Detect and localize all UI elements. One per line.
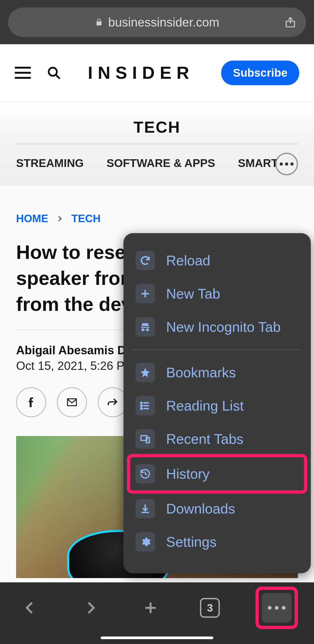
menu-bookmarks-label: Bookmarks [166,364,236,381]
browser-bottom-toolbar: 3 [0,582,314,644]
back-button[interactable] [19,597,41,619]
menu-recent-tabs[interactable]: Recent Tabs [130,422,304,456]
incognito-icon [136,317,155,337]
section-bar: TECH STREAMING SOFTWARE & APPS SMART HOM… [0,102,314,186]
search-icon[interactable] [47,66,61,80]
svg-line-2 [56,75,60,79]
breadcrumb-tech[interactable]: TECH [71,213,101,225]
chevron-right-icon [56,215,63,222]
overflow-menu-button-highlight [259,590,295,626]
facebook-share-button[interactable] [16,387,46,417]
forward-button[interactable] [80,597,101,619]
menu-recent-tabs-label: Recent Tabs [166,431,243,447]
svg-rect-13 [146,438,149,443]
menu-new-tab-label: New Tab [166,286,220,302]
menu-incognito[interactable]: New Incognito Tab [130,310,304,344]
menu-reading-list[interactable]: Reading List [130,389,304,422]
svg-point-10 [141,405,142,406]
menu-reading-list-label: Reading List [166,398,244,414]
subnav-streaming[interactable]: STREAMING [16,157,84,170]
site-logo[interactable]: INSIDER [61,63,221,83]
menu-settings-label: Settings [166,534,217,550]
new-tab-button[interactable] [140,597,161,619]
menu-downloads-label: Downloads [166,501,235,517]
address-pill[interactable]: businessinsider.com [8,8,306,37]
svg-point-1 [49,68,57,76]
menu-reload[interactable]: Reload [130,244,304,277]
lock-icon [95,18,103,27]
svg-point-9 [141,402,142,404]
menu-settings[interactable]: Settings [130,525,304,559]
history-icon [136,464,155,483]
url-text: businessinsider.com [108,15,219,29]
breadcrumb: HOME TECH [16,213,298,225]
overflow-menu-button[interactable] [262,593,291,623]
more-icon[interactable] [275,153,298,175]
section-title: TECH [16,118,298,145]
menu-history[interactable]: History [130,457,304,490]
site-header: INSIDER Subscribe [0,44,314,102]
menu-downloads[interactable]: Downloads [130,492,304,525]
star-icon [136,363,155,382]
menu-new-tab[interactable]: New Tab [130,277,304,310]
menu-history-label: History [166,466,210,482]
menu-reload-label: Reload [166,252,210,269]
breadcrumb-home[interactable]: HOME [16,213,48,225]
menu-divider [133,349,301,350]
home-indicator [101,636,213,639]
devices-icon [136,429,155,449]
gear-icon [136,532,155,552]
download-icon [136,499,155,518]
subnav: STREAMING SOFTWARE & APPS SMART HOME [16,145,298,186]
browser-address-bar: businessinsider.com [0,0,314,44]
menu-incognito-label: New Incognito Tab [166,319,281,335]
tab-switcher-button[interactable]: 3 [200,598,220,618]
email-share-button[interactable] [57,387,87,417]
svg-point-11 [141,408,142,409]
reload-icon [136,251,155,270]
menu-bookmarks[interactable]: Bookmarks [130,356,304,389]
share-icon[interactable] [284,16,297,28]
plus-icon [136,284,155,303]
browser-overflow-menu: Reload New Tab New Incognito Tab Bookmar… [123,233,311,573]
subscribe-button[interactable]: Subscribe [221,61,299,85]
list-icon [136,396,155,415]
subnav-software-apps[interactable]: SOFTWARE & APPS [107,157,215,170]
hamburger-menu-icon[interactable] [15,67,31,79]
tab-count-label: 3 [207,602,213,614]
